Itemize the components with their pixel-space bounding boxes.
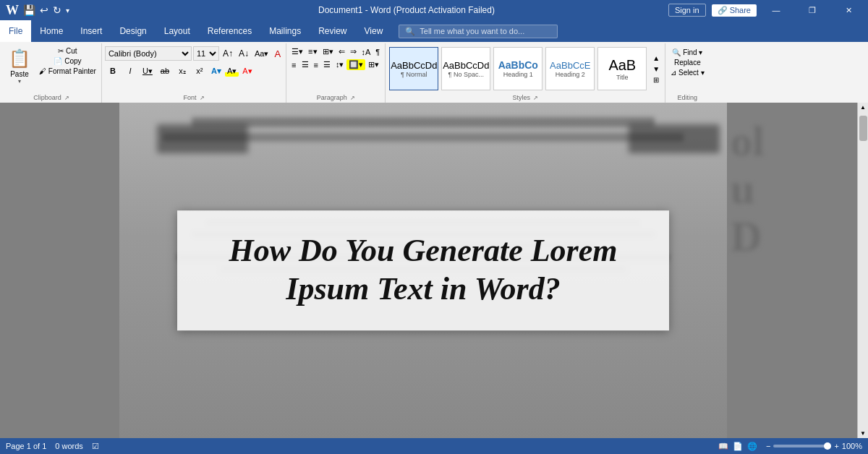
multilevel-list-button[interactable]: ⊞▾ bbox=[320, 46, 336, 57]
paragraph-label: Paragraph ↗ bbox=[289, 93, 382, 103]
document-page[interactable]: How Do You Generate Lorem Ipsum Text in … bbox=[119, 103, 727, 438]
format-painter-button[interactable]: 🖌 Format Painter bbox=[37, 67, 98, 76]
overlay-title: How Do You Generate Lorem Ipsum Text in … bbox=[213, 232, 633, 309]
view-web-button[interactable]: 🌐 bbox=[747, 442, 757, 451]
borders-button[interactable]: ⊞▾ bbox=[366, 59, 381, 70]
menu-mailings[interactable]: Mailings bbox=[260, 20, 310, 42]
customize-icon[interactable]: ▾ bbox=[66, 7, 69, 14]
ribbon-group-editing: 🔍 Find ▾ Replace ⊿ Select ▾ Editing bbox=[665, 43, 709, 103]
replace-button[interactable]: Replace bbox=[668, 58, 706, 67]
view-read-button[interactable]: 📖 bbox=[718, 442, 728, 451]
style-normal-label: ¶ Normal bbox=[401, 71, 427, 78]
font-shrink-button[interactable]: A↓ bbox=[237, 48, 251, 59]
zoom-thumb[interactable] bbox=[824, 442, 831, 450]
underline-button[interactable]: U▾ bbox=[140, 63, 156, 79]
style-heading2-button[interactable]: AaBbCcE Heading 2 bbox=[545, 47, 595, 90]
style-heading1-button[interactable]: AaBbCo Heading 1 bbox=[493, 47, 542, 90]
show-marks-button[interactable]: ¶ bbox=[373, 47, 382, 57]
font-name-select[interactable]: Calibri (Body) bbox=[105, 46, 192, 61]
style-normal-button[interactable]: AaBbCcDd ¶ Normal bbox=[389, 47, 438, 90]
sign-in-button[interactable]: Sign in bbox=[668, 4, 706, 17]
style-title-button[interactable]: AaB Title bbox=[597, 47, 647, 90]
search-icon: 🔍 bbox=[405, 27, 415, 36]
font-size-select[interactable]: 11 bbox=[193, 46, 219, 61]
font-grow-button[interactable]: A↑ bbox=[221, 48, 235, 59]
undo-icon[interactable]: ↩ bbox=[40, 4, 48, 16]
zoom-slider[interactable] bbox=[773, 445, 831, 447]
bullets-button[interactable]: ☰▾ bbox=[289, 46, 305, 57]
proofing-icon[interactable]: ☑ bbox=[92, 442, 99, 451]
copy-button[interactable]: 📄 Copy bbox=[37, 56, 98, 66]
decrease-indent-button[interactable]: ⇐ bbox=[336, 46, 347, 57]
italic-button[interactable]: I bbox=[122, 63, 138, 79]
status-right: 📖 📄 🌐 − + 100% bbox=[718, 442, 862, 451]
editing-label: Editing bbox=[668, 93, 706, 103]
close-button[interactable]: ✕ bbox=[832, 0, 865, 20]
menu-file[interactable]: File bbox=[0, 20, 31, 42]
styles-scroll-down-button[interactable]: ▼ bbox=[650, 64, 662, 74]
sort-button[interactable]: ↕A bbox=[359, 47, 373, 57]
style-heading2-label: Heading 2 bbox=[556, 71, 585, 78]
scroll-track[interactable] bbox=[859, 112, 868, 429]
subscript-button[interactable]: x₂ bbox=[174, 63, 190, 79]
vertical-scrollbar[interactable]: ▲ ▼ bbox=[857, 103, 868, 438]
paste-icon: 📋 bbox=[9, 48, 30, 69]
justify-button[interactable]: ☰ bbox=[321, 59, 333, 70]
align-right-button[interactable]: ≡ bbox=[312, 60, 320, 70]
paste-label: Paste bbox=[10, 70, 29, 78]
font-label: Font ↗ bbox=[105, 93, 283, 103]
superscript-button[interactable]: x² bbox=[192, 63, 208, 79]
bold-button[interactable]: B bbox=[105, 63, 121, 79]
menu-view[interactable]: View bbox=[356, 20, 392, 42]
shading-button[interactable]: 🔲▾ bbox=[346, 59, 365, 70]
paste-button[interactable]: 📋 Paste ▾ bbox=[4, 45, 35, 88]
share-button[interactable]: 🔗 Share bbox=[712, 4, 757, 17]
menu-layout[interactable]: Layout bbox=[156, 20, 199, 42]
text-effects-button[interactable]: A▾ bbox=[209, 66, 224, 77]
ribbon-group-styles: AaBbCcDd ¶ Normal AaBbCcDd ¶ No Spac... … bbox=[386, 43, 665, 103]
styles-expand-icon[interactable]: ↗ bbox=[533, 95, 538, 101]
select-button[interactable]: ⊿ Select ▾ bbox=[668, 68, 706, 77]
line-spacing-button[interactable]: ↕▾ bbox=[333, 59, 346, 70]
scroll-down-button[interactable]: ▼ bbox=[859, 429, 867, 438]
increase-indent-button[interactable]: ⇒ bbox=[348, 46, 359, 57]
style-heading1-preview: AaBbCo bbox=[498, 59, 538, 71]
styles-expand-button[interactable]: ⊞ bbox=[650, 75, 662, 85]
zoom-plus-button[interactable]: + bbox=[834, 442, 838, 450]
numbering-button[interactable]: ≡▾ bbox=[306, 46, 319, 57]
minimize-button[interactable]: — bbox=[760, 0, 793, 20]
text-highlight-button[interactable]: A▾ bbox=[225, 66, 239, 77]
find-button[interactable]: 🔍 Find ▾ bbox=[668, 48, 706, 57]
change-case-button[interactable]: Aa▾ bbox=[252, 48, 271, 59]
menu-references[interactable]: References bbox=[199, 20, 260, 42]
menu-review[interactable]: Review bbox=[310, 20, 355, 42]
style-nospace-button[interactable]: AaBbCcDd ¶ No Spac... bbox=[441, 47, 490, 90]
ribbon-search-box[interactable]: 🔍 Tell me what you want to do... bbox=[399, 25, 558, 38]
redo-icon[interactable]: ↻ bbox=[53, 4, 61, 16]
menu-design[interactable]: Design bbox=[111, 20, 155, 42]
strikethrough-button[interactable]: ab bbox=[157, 63, 173, 79]
styles-scroll-up-button[interactable]: ▲ bbox=[650, 53, 662, 63]
search-placeholder: Tell me what you want to do... bbox=[420, 27, 524, 35]
paragraph-expand-icon[interactable]: ↗ bbox=[350, 95, 355, 101]
style-nospace-preview: AaBbCcDd bbox=[443, 60, 489, 71]
save-icon[interactable]: 💾 bbox=[23, 4, 35, 16]
menu-home[interactable]: Home bbox=[31, 20, 72, 42]
ribbon-group-font: Calibri (Body) 11 A↑ A↓ Aa▾ A B bbox=[102, 43, 286, 103]
align-left-button[interactable]: ≡ bbox=[289, 60, 298, 70]
font-expand-icon[interactable]: ↗ bbox=[200, 95, 205, 101]
zoom-minus-button[interactable]: − bbox=[766, 442, 770, 450]
style-normal-preview: AaBbCcDd bbox=[391, 60, 437, 71]
scroll-thumb[interactable] bbox=[859, 116, 867, 141]
clear-format-button[interactable]: A bbox=[272, 48, 283, 60]
font-color-button[interactable]: A▾ bbox=[240, 66, 254, 77]
styles-label: Styles ↗ bbox=[388, 93, 662, 103]
clipboard-expand-icon[interactable]: ↗ bbox=[64, 95, 69, 101]
menu-insert[interactable]: Insert bbox=[72, 20, 111, 42]
title-bar: W 💾 ↩ ↻ ▾ Document1 - Word (Product Acti… bbox=[0, 0, 868, 20]
restore-button[interactable]: ❐ bbox=[796, 0, 829, 20]
align-center-button[interactable]: ☰ bbox=[299, 59, 311, 70]
cut-button[interactable]: ✂ Cut bbox=[37, 46, 98, 56]
view-layout-button[interactable]: 📄 bbox=[733, 442, 743, 451]
scroll-up-button[interactable]: ▲ bbox=[859, 103, 867, 112]
